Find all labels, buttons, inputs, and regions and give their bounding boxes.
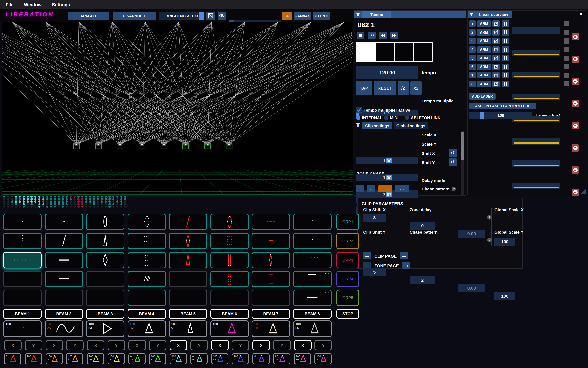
clip-cell-r5c5[interactable] [169, 290, 207, 306]
laser-pause-button[interactable] [502, 29, 509, 35]
3d-laser-viewport[interactable] [2, 22, 353, 195]
laser-number-7[interactable]: 7 [469, 72, 476, 78]
laser-edit-button[interactable] [492, 63, 500, 70]
tempo-multiplier-checkbox[interactable] [356, 107, 362, 113]
beam-button-3[interactable]: BEAM 3 [86, 309, 124, 319]
clip-settings-scrollbar[interactable] [461, 131, 464, 195]
laser-arm-button[interactable]: ARM [477, 29, 491, 35]
clip-cell-r2c4[interactable] [127, 233, 166, 249]
laser-intensity-slider[interactable] [512, 27, 560, 34]
axis-toggle-11-x[interactable]: X [211, 340, 229, 350]
param-field-global-scale-x[interactable]: 100 [494, 238, 515, 246]
3d-toggle-button[interactable]: 3D [282, 12, 292, 20]
clip-cell-r3c3[interactable] [86, 252, 124, 268]
clip-cell-r1c2[interactable] [45, 214, 83, 230]
clip-cell-r1c8[interactable] [293, 214, 331, 230]
laser-number-8[interactable]: 8 [469, 81, 476, 87]
laser-number-5[interactable]: 5 [469, 55, 476, 61]
fader-cell-7[interactable]: 10010 [252, 320, 290, 337]
menu-item-file[interactable]: File [6, 2, 14, 7]
laser-disable-button[interactable] [572, 189, 579, 196]
radio-midi[interactable] [384, 116, 388, 120]
laser-status-square[interactable] [564, 30, 569, 35]
axis-toggle-12-y[interactable]: Y [232, 340, 249, 350]
clip-cell-r1c5[interactable] [169, 214, 207, 230]
clip-cell-r4c3[interactable] [86, 271, 124, 287]
resize-handle[interactable] [580, 189, 586, 194]
laser-disable-button[interactable] [572, 33, 579, 40]
beam-button-5[interactable]: BEAM 5 [169, 309, 207, 319]
axis-toggle-16-y[interactable]: Y [315, 340, 332, 350]
help-icon[interactable]: ? [452, 187, 456, 191]
clip-cell-r3c5[interactable] [169, 252, 207, 268]
clip-cell-r2c5[interactable] [169, 233, 207, 249]
laser-arm-button[interactable]: ARM [477, 72, 491, 78]
fader-cell-4[interactable]: 10032 [127, 320, 166, 337]
laser-arm-button[interactable]: ARM [477, 46, 491, 53]
clip-page-next-button[interactable]: → [400, 252, 408, 259]
laser-disable-button[interactable] [572, 166, 579, 174]
clip-cell-r4c4[interactable] [127, 271, 166, 287]
help-icon[interactable]: ? [487, 215, 492, 220]
laser-pause-button[interactable] [502, 46, 509, 53]
palette-cell-13[interactable]: 074 [252, 353, 270, 364]
clip-page-prev-button[interactable]: ← [363, 252, 371, 259]
filter-icon[interactable] [354, 11, 362, 18]
beam-button-1[interactable]: BEAM 1 [3, 309, 42, 319]
clip-cell-r1c6[interactable] [210, 214, 248, 230]
clip-cell-r4c8[interactable]: ••• [293, 271, 331, 287]
palette-cell-1[interactable]: 00 [4, 353, 21, 364]
laser-status-square[interactable] [564, 55, 569, 61]
laser-number-3[interactable]: 3 [469, 37, 476, 44]
laser-arm-button[interactable]: ARM [477, 81, 491, 87]
laser-edit-button[interactable] [492, 81, 500, 87]
stop-button[interactable]: STOP [336, 309, 359, 319]
clip-cell-r2c3[interactable] [86, 233, 124, 249]
menu-dots-icon[interactable]: ••• [325, 272, 329, 275]
laser-number-6[interactable]: 6 [469, 63, 476, 70]
filter-icon[interactable] [356, 123, 361, 129]
clip-cell-r5c3[interactable] [86, 290, 124, 306]
fader-cell-2[interactable]: 10075 [45, 320, 83, 337]
beam-button-6[interactable]: BEAM 6 [210, 309, 248, 319]
axis-toggle-10-y[interactable]: Y [190, 340, 208, 350]
scrollbar-thumb[interactable] [461, 132, 464, 160]
axis-toggle-8-y[interactable]: Y [149, 340, 167, 350]
palette-cell-3[interactable]: 1008 [46, 353, 63, 364]
palette-cell-10[interactable]: 050 [190, 353, 208, 364]
skip-start-button[interactable] [368, 32, 376, 39]
palette-cell-7[interactable]: 032 [128, 353, 145, 364]
reset-button[interactable]: RESET [374, 81, 396, 95]
group-button-grp1[interactable]: GRP1 [336, 214, 359, 230]
radio-ableton-link[interactable] [405, 116, 409, 120]
laser-number-4[interactable]: 4 [469, 46, 476, 53]
param-field-chase-pattern[interactable]: 2 [410, 276, 435, 284]
palette-cell-2[interactable]: 1000 [25, 353, 42, 364]
chase-pattern-button-2[interactable]: ←→ [378, 185, 392, 193]
laser-intensity-slider[interactable] [512, 94, 560, 100]
clip-cell-r2c1[interactable] [3, 233, 42, 249]
clip-cell-r5c6[interactable] [210, 290, 248, 306]
clip-cell-r2c8[interactable] [293, 233, 331, 249]
laser-edit-button[interactable] [492, 46, 500, 53]
tab-global-settings[interactable]: Global settings [394, 122, 428, 129]
reset-icon-button[interactable]: ↺ [449, 149, 457, 157]
half-tempo-button[interactable]: /2 [398, 81, 409, 95]
laser-arm-button[interactable]: ARM [477, 20, 491, 27]
axis-toggle-1-x[interactable]: X [4, 340, 22, 350]
axis-toggle-5-x[interactable]: X [87, 340, 104, 350]
group-button-grp2[interactable]: GRP2 [336, 233, 359, 249]
clip-cell-r1c1[interactable] [3, 214, 42, 230]
laser-number-2[interactable]: 2 [469, 29, 476, 35]
palette-cell-8[interactable]: 10031 [149, 353, 166, 364]
param-field-aux[interactable]: 0.00 [458, 284, 485, 292]
menu-item-settings[interactable]: Settings [52, 2, 70, 7]
palette-cell-12[interactable]: 10062 [232, 353, 249, 364]
chase-pattern-button-3[interactable]: →← [395, 185, 409, 193]
axis-toggle-4-y[interactable]: Y [66, 340, 84, 350]
clip-cell-r3c6[interactable] [210, 252, 248, 268]
fader-cell-6[interactable]: 10085 [210, 320, 248, 337]
blackout-button[interactable] [206, 12, 215, 20]
clip-cell-r3c1[interactable] [3, 252, 42, 268]
laser-arm-button[interactable]: ARM [477, 63, 491, 70]
